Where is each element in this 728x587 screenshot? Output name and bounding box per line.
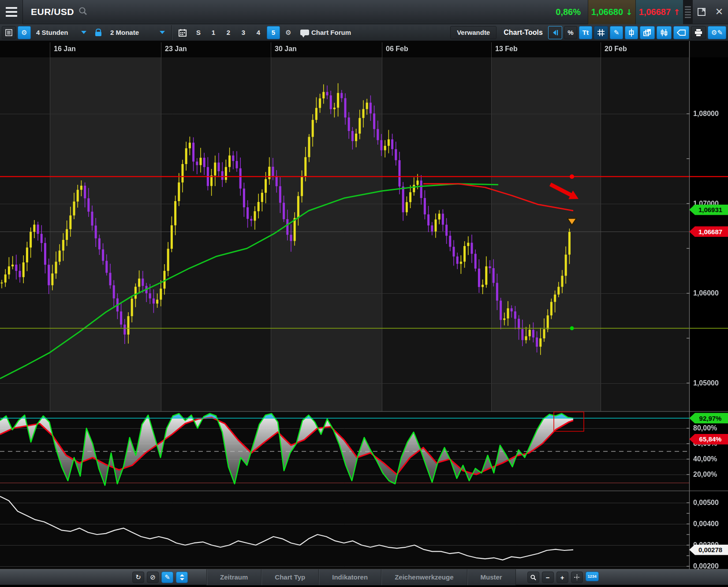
chart-window: EUR/USD 0,86% 1,06680 ↓ 1,06687 ↑ ✕ ⚙ 4 … bbox=[0, 0, 728, 587]
chevron-down-icon bbox=[81, 31, 86, 34]
stoch-axis-label: 40,00% bbox=[693, 455, 717, 463]
up-down-arrows-icon bbox=[179, 574, 185, 581]
pencil-icon: ✎ bbox=[614, 29, 620, 37]
sort-button[interactable] bbox=[176, 572, 188, 583]
compare-candles-icon bbox=[660, 29, 668, 37]
advanced-settings-button[interactable]: ⚙✎ bbox=[708, 26, 726, 39]
bottom-icon-group: ↻ ⊘ ✎ bbox=[132, 572, 188, 583]
atr-current-tag: 0,00278 bbox=[689, 545, 728, 555]
speed-3-button[interactable]: 3 bbox=[237, 26, 250, 39]
indicator-settings-button[interactable]: ⚙ bbox=[282, 26, 295, 39]
crosshair-icon bbox=[574, 574, 580, 581]
crosshair-button[interactable] bbox=[571, 572, 583, 583]
date-axis-label: 16 Jan bbox=[54, 45, 76, 53]
search-icon[interactable] bbox=[78, 7, 87, 17]
chevron-down-icon bbox=[160, 31, 165, 34]
calendar-button[interactable] bbox=[175, 26, 190, 39]
speed-5-button[interactable]: 5 bbox=[267, 26, 280, 39]
grid-button[interactable] bbox=[594, 26, 608, 39]
candlestick-icon bbox=[629, 29, 634, 37]
date-axis-label: 13 Feb bbox=[495, 45, 518, 53]
refresh-button[interactable]: ↻ bbox=[132, 572, 144, 583]
range-dropdown[interactable]: 2 Monate bbox=[107, 26, 168, 39]
buy-price: 1,06687 bbox=[639, 7, 671, 17]
drag-handle[interactable] bbox=[683, 0, 693, 24]
chart-forum-label: Chart Forum bbox=[311, 29, 351, 36]
interval-dropdown[interactable]: 4 Stunden bbox=[33, 26, 90, 39]
list-icon bbox=[5, 29, 12, 36]
current-price-tag: 1,06687 bbox=[689, 226, 728, 237]
date-axis-label: 20 Feb bbox=[605, 45, 627, 53]
muster-button[interactable]: Muster bbox=[467, 569, 515, 585]
lock-icon bbox=[95, 32, 101, 36]
change-percent: 0,86% bbox=[556, 7, 581, 17]
zeitraum-button[interactable]: Zeitraum bbox=[207, 569, 261, 585]
compare-button[interactable] bbox=[657, 26, 672, 39]
speech-bubble-icon bbox=[300, 30, 309, 35]
pencil-icon: ✎ bbox=[164, 573, 170, 581]
interval-label: 4 Stunden bbox=[36, 29, 68, 36]
stoch-axis-label: 80,00% bbox=[693, 424, 717, 432]
price-label-icon bbox=[677, 30, 686, 36]
collapse-panel-button[interactable] bbox=[548, 26, 562, 39]
down-arrow-icon: ↓ bbox=[626, 7, 632, 17]
arrow-left-bar-icon bbox=[552, 30, 559, 36]
layers-icon bbox=[643, 29, 651, 36]
bottom-menu: Zeitraum Chart Typ Indikatoren Zeichenwe… bbox=[206, 569, 516, 585]
candle-type-button[interactable] bbox=[625, 26, 638, 39]
draw-button[interactable]: ✎ bbox=[161, 572, 173, 583]
date-axis-label: 30 Jan bbox=[275, 45, 297, 53]
percent-scale-button[interactable]: % bbox=[564, 26, 577, 39]
chart-toolbar: ⚙ 4 Stunden 2 Monate S 1 2 3 4 5 ⚙ Chart… bbox=[0, 24, 728, 41]
sell-price-button[interactable]: 1,06680 ↓ bbox=[588, 0, 635, 24]
price-axis-label: 1,06000 bbox=[693, 289, 719, 297]
label-tool-button[interactable] bbox=[673, 26, 689, 39]
instrument-title: EUR/USD bbox=[31, 7, 74, 17]
zeichenwerkzeuge-button[interactable]: Zeichenwerkzeuge bbox=[381, 569, 467, 585]
notes-button[interactable] bbox=[2, 26, 16, 39]
ma-value-tag: 1,06931 bbox=[689, 205, 728, 215]
gears-pencil-icon: ⚙✎ bbox=[711, 29, 723, 37]
price-axis-label: 1,08000 bbox=[693, 110, 719, 118]
zoom-in-button[interactable]: + bbox=[556, 572, 568, 583]
sell-price: 1,06680 bbox=[591, 7, 623, 17]
restore-window-button[interactable] bbox=[693, 0, 710, 24]
date-axis-label: 06 Feb bbox=[386, 45, 408, 53]
zoom-button[interactable] bbox=[527, 572, 539, 583]
zoom-out-button[interactable]: − bbox=[542, 572, 554, 583]
chart-typ-button[interactable]: Chart Typ bbox=[261, 569, 319, 585]
text-tool-button[interactable]: Tt bbox=[579, 26, 592, 39]
calendar-icon bbox=[179, 29, 187, 37]
indikatoren-button[interactable]: Indikatoren bbox=[319, 569, 381, 585]
title-bar: EUR/USD 0,86% 1,06680 ↓ 1,06687 ↑ ✕ bbox=[0, 0, 728, 24]
range-label: 2 Monate bbox=[110, 29, 139, 36]
stoch-current-tag: 65,84% bbox=[689, 434, 728, 445]
up-arrow-icon: ↑ bbox=[673, 7, 680, 17]
close-button[interactable]: ✕ bbox=[710, 0, 728, 24]
stoch-axis-label: 20,00% bbox=[693, 471, 717, 479]
buy-price-button[interactable]: 1,06687 ↑ bbox=[635, 0, 683, 24]
print-button[interactable] bbox=[691, 26, 706, 39]
atr-axis-label: 0,00400 bbox=[693, 520, 719, 528]
speed-1-button[interactable]: 1 bbox=[207, 26, 220, 39]
chart-forum-button[interactable]: Chart Forum bbox=[297, 26, 355, 39]
chart-settings-button[interactable]: ⚙ bbox=[18, 26, 31, 39]
atr-axis-label: 0,00200 bbox=[693, 562, 719, 570]
menu-button[interactable] bbox=[0, 0, 23, 24]
printer-icon bbox=[694, 29, 702, 36]
date-axis-label: 23 Jan bbox=[165, 45, 187, 53]
layers-button[interactable] bbox=[640, 26, 655, 39]
speed-s-button[interactable]: S bbox=[192, 26, 205, 39]
speed-2-button[interactable]: 2 bbox=[222, 26, 235, 39]
crosshair-draw-button[interactable]: ✎ bbox=[610, 26, 623, 39]
gear-icon: ⚙ bbox=[21, 29, 27, 37]
speed-4-button[interactable]: 4 bbox=[252, 26, 265, 39]
price-axis-label: 1,05000 bbox=[693, 379, 719, 387]
keypad-button[interactable]: 1234 bbox=[586, 572, 599, 581]
lock-button[interactable] bbox=[92, 26, 105, 39]
chart-canvas[interactable] bbox=[0, 41, 728, 569]
hamburger-icon bbox=[6, 7, 17, 9]
disable-drawing-button[interactable]: ⊘ bbox=[147, 572, 159, 583]
refresh-icon: ↻ bbox=[135, 573, 141, 581]
verwandte-button[interactable]: Verwandte bbox=[450, 26, 497, 39]
